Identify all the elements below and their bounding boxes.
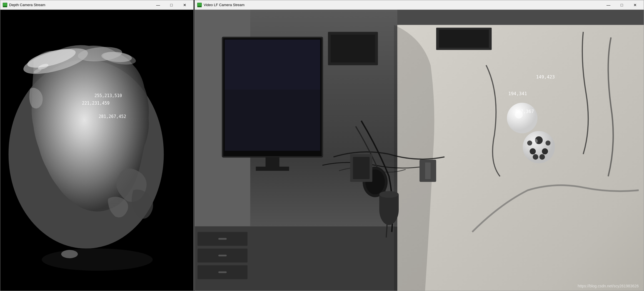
video-titlebar: Video LF Camera Stream — □ ✕ — [195, 0, 644, 10]
svg-rect-25 — [225, 40, 320, 90]
svg-rect-53 — [218, 271, 227, 273]
video-window-icon — [197, 3, 202, 8]
svg-point-43 — [545, 140, 550, 146]
svg-rect-1 — [3, 3, 7, 6]
depth-camera-content: 255,213,510 221,231,459 281,267,452 — [0, 10, 193, 291]
svg-rect-29 — [331, 35, 375, 63]
svg-point-56 — [379, 191, 399, 198]
depth-close-button[interactable]: ✕ — [178, 1, 191, 9]
svg-rect-27 — [256, 167, 289, 171]
svg-point-14 — [61, 250, 78, 258]
svg-point-41 — [542, 148, 548, 154]
video-maximize-button[interactable]: □ — [615, 1, 628, 9]
watermark-text: https://blog.csdn.net/scy261983626 — [578, 284, 639, 288]
svg-rect-26 — [266, 157, 279, 168]
svg-point-44 — [533, 154, 538, 160]
depth-titlebar: Depth Camera Stream — □ ✕ — [0, 0, 193, 10]
depth-coord3: 281,267,452 — [99, 114, 126, 119]
video-coord3: 207,367 — [515, 109, 534, 114]
svg-rect-31 — [439, 30, 489, 48]
video-window-controls: — □ ✕ — [602, 1, 641, 9]
video-coord2: 194,341 — [508, 91, 527, 96]
depth-window-icon — [3, 3, 8, 8]
video-coord1: 149,423 — [536, 74, 555, 80]
svg-rect-52 — [218, 255, 227, 257]
svg-rect-16 — [198, 3, 201, 6]
video-window-title: Video LF Camera Stream — [204, 3, 602, 7]
svg-rect-58 — [425, 162, 431, 179]
depth-coord2: 221,231,459 — [82, 101, 109, 106]
svg-point-46 — [533, 139, 538, 143]
svg-rect-51 — [218, 238, 227, 240]
depth-window-controls: — □ ✕ — [152, 1, 191, 9]
svg-rect-17 — [197, 6, 202, 7]
svg-point-40 — [530, 148, 536, 154]
video-camera-window: Video LF Camera Stream — □ ✕ — [194, 0, 644, 291]
video-minimize-button[interactable]: — — [602, 1, 615, 9]
depth-maximize-button[interactable]: □ — [165, 1, 178, 9]
depth-window-title: Depth Camera Stream — [9, 3, 152, 7]
svg-rect-35 — [353, 157, 370, 179]
svg-point-42 — [527, 140, 532, 146]
svg-rect-2 — [3, 6, 7, 7]
video-image-svg: 149,423 194,341 207,367 https://blog.csd… — [195, 10, 644, 291]
svg-point-13 — [42, 248, 153, 271]
depth-camera-window: Depth Camera Stream — □ ✕ — [0, 0, 194, 291]
svg-point-45 — [539, 154, 545, 160]
depth-coord1: 255,213,510 — [94, 93, 122, 98]
depth-image-svg: 255,213,510 221,231,459 281,267,452 — [0, 10, 193, 291]
svg-point-38 — [523, 131, 555, 163]
svg-point-36 — [507, 103, 538, 133]
depth-minimize-button[interactable]: — — [152, 1, 164, 9]
video-camera-content: 149,423 194,341 207,367 https://blog.csd… — [195, 10, 644, 291]
video-close-button[interactable]: ✕ — [629, 1, 641, 9]
